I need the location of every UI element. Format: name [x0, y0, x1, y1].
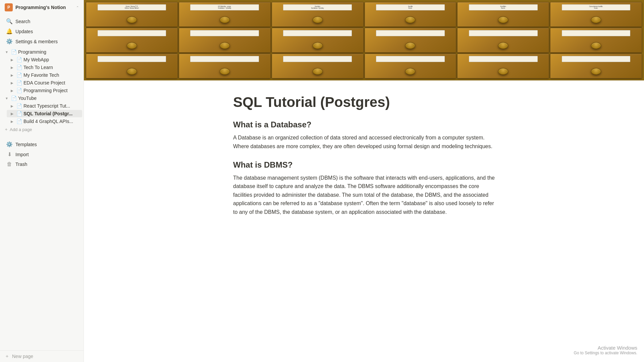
drawer-handle-18 [591, 68, 601, 75]
drawer-handle-3 [313, 16, 323, 23]
main-content: Konst. Strana Č.PKlíčov. Strana Němčí KS… [84, 0, 644, 362]
sidebar-item-updates[interactable]: 🔔 Updates [1, 26, 82, 36]
workspace-name: Programming's Notion [15, 5, 73, 10]
drawer-11 [457, 28, 549, 53]
sidebar-item-search[interactable]: 🔍 Search [1, 16, 82, 26]
new-page-button[interactable]: ＋ New page [0, 350, 84, 362]
sidebar-item-trash[interactable]: 🗑 Trash [1, 160, 82, 169]
drawer-label-3: KonštimKonfekce- Výrobky [283, 4, 352, 10]
sidebar-settings-label: Settings & members [15, 39, 77, 44]
sidebar-item-import[interactable]: ⬇ Import [1, 149, 82, 159]
drawer-12 [550, 28, 642, 53]
drawer-handle-16 [405, 68, 415, 75]
section-paragraph-database: A Database is an organized collection of… [233, 133, 495, 150]
eda-course-project-label: EDA Course Project [23, 80, 79, 85]
eda-course-project-page-icon: 📄 [16, 80, 22, 85]
react-typescript-page-icon: 📄 [16, 103, 22, 109]
build-4-graphql-page-icon: 📄 [16, 119, 22, 124]
drawers-container: Konst. Strana Č.PKlíčov. Strana Němčí KS… [84, 0, 644, 80]
add-page-label: Add a page [10, 127, 32, 132]
sidebar-bottom-section: ⚙️ Templates ⬇ Import 🗑 Trash [0, 139, 84, 169]
add-icon: ＋ [4, 126, 8, 132]
sidebar-item-settings[interactable]: ⚙️ Settings & members [1, 37, 82, 46]
build-4-graphql-label: Build 4 GraphQL APIs... [23, 119, 79, 124]
drawer-handle-12 [591, 42, 601, 49]
my-webapp-label: My WebApp [23, 57, 79, 62]
my-favorite-tech-page-icon: 📄 [16, 72, 22, 78]
tree-item-sql-tutorial[interactable]: ▶ 📄 SQL Tutorial (Postgr... [7, 110, 82, 117]
drawer-handle-13 [127, 68, 137, 75]
tree-item-my-favorite-tech[interactable]: ▶ 📄 My Favorite Tech [7, 71, 82, 79]
drawer-handle-1 [127, 16, 137, 23]
sql-tutorial-label: SQL Tutorial (Postgr... [23, 111, 79, 116]
new-page-plus-icon: ＋ [5, 353, 9, 359]
expand-programming-icon: ▼ [4, 49, 9, 55]
drawer-6: Conn.denner konflik.Kontr. [550, 2, 642, 27]
tree-item-my-webapp[interactable]: ▶ 📄 My WebApp [7, 56, 82, 63]
expand-sql-tutorial-icon: ▶ [9, 111, 15, 116]
tree-item-tech-to-learn[interactable]: ▶ 📄 Tech To Learn [7, 64, 82, 71]
section-heading-database: What is a Database? [233, 120, 495, 129]
chevron-icon: ⌃ [76, 6, 79, 9]
trash-icon: 🗑 [6, 161, 13, 167]
sidebar-search-label: Search [15, 19, 77, 24]
expand-build-4-graphql-icon: ▶ [9, 119, 15, 124]
section-paragraph-dbms: The database management system (DBMS) is… [233, 174, 495, 217]
drawer-label-6: Conn.denner konflik.Kontr. [562, 4, 631, 10]
drawer-7 [86, 28, 178, 53]
sidebar: P Programming's Notion ⌃ 🔍 Search 🔔 Upda… [0, 0, 84, 362]
tree-item-eda-course-project[interactable]: ▶ 📄 EDA Course Project [7, 79, 82, 86]
drawer-1: Konst. Strana Č.PKlíčov. Strana Němčí [86, 2, 178, 27]
add-page-button[interactable]: ＋ Add a page [1, 125, 82, 133]
tree-item-react-typescript[interactable]: ▶ 📄 React Typescript Tut... [7, 102, 82, 110]
sidebar-nav: 🔍 Search 🔔 Updates ⚙️ Settings & members [0, 16, 84, 47]
drawer-handle-4 [405, 16, 415, 23]
expand-react-typescript-icon: ▶ [9, 103, 15, 109]
workspace-icon: P [5, 3, 13, 11]
react-typescript-label: React Typescript Tut... [23, 103, 79, 109]
expand-eda-course-project-icon: ▶ [9, 80, 15, 85]
programming-page-icon: 📄 [11, 49, 17, 55]
drawer-label-13 [98, 56, 166, 62]
sidebar-item-templates[interactable]: ⚙️ Templates [1, 139, 82, 149]
trash-label: Trash [15, 162, 77, 167]
settings-icon: ⚙️ [6, 38, 13, 45]
import-label: Import [15, 152, 77, 157]
programming-children: ▶ 📄 My WebApp ▶ 📄 Tech To Learn ▶ 📄 My F… [5, 56, 84, 94]
tree-item-build-4-graphql[interactable]: ▶ 📄 Build 4 GraphQL APIs... [7, 118, 82, 125]
drawer-3: KonštimKonfekce- Výrobky [272, 2, 364, 27]
drawer-handle-9 [313, 42, 323, 49]
drawer-handle-2 [220, 16, 230, 23]
updates-icon: 🔔 [6, 28, 13, 35]
tech-to-learn-label: Tech To Learn [23, 65, 79, 70]
drawer-label-8 [190, 30, 259, 36]
programming-label: Programming [18, 49, 79, 55]
tree-item-youtube[interactable]: ▼ 📄 YouTube [1, 95, 82, 102]
tree-item-programming[interactable]: ▼ 📄 Programming [1, 48, 82, 56]
my-favorite-tech-label: My Favorite Tech [23, 72, 79, 78]
section-heading-dbms: What is DBMS? [233, 160, 495, 170]
sidebar-tree: ▼ 📄 Programming ▶ 📄 My WebApp ▶ 📄 Tech T… [0, 48, 84, 134]
drawer-label-2: KS Němčka - progr.Konfekce - Výrobky [190, 4, 259, 10]
drawer-13 [86, 54, 178, 78]
drawer-5: KonfliktnKonm. [457, 2, 549, 27]
templates-label: Templates [15, 142, 77, 147]
drawer-label-1: Konst. Strana Č.PKlíčov. Strana Němčí [98, 4, 166, 10]
youtube-children: ▶ 📄 React Typescript Tut... ▶ 📄 SQL Tuto… [5, 102, 84, 125]
import-icon: ⬇ [6, 151, 13, 158]
drawer-label-14 [190, 56, 259, 62]
youtube-page-icon: 📄 [11, 96, 17, 101]
drawer-label-18 [562, 56, 631, 62]
drawer-handle-5 [498, 16, 508, 23]
drawer-label-16 [376, 56, 445, 62]
expand-my-favorite-tech-icon: ▶ [9, 72, 15, 78]
tree-item-programming-project[interactable]: ▶ 📄 Programming Project [7, 87, 82, 94]
drawer-label-11 [469, 30, 538, 36]
templates-icon: ⚙️ [6, 141, 13, 147]
drawer-label-7 [98, 30, 166, 36]
programming-project-label: Programming Project [23, 88, 79, 93]
workspace-header[interactable]: P Programming's Notion ⌃ [0, 0, 84, 15]
expand-programming-project-icon: ▶ [9, 88, 15, 93]
drawer-16 [365, 54, 457, 78]
hero-image: Konst. Strana Č.PKlíčov. Strana Němčí KS… [84, 0, 644, 80]
